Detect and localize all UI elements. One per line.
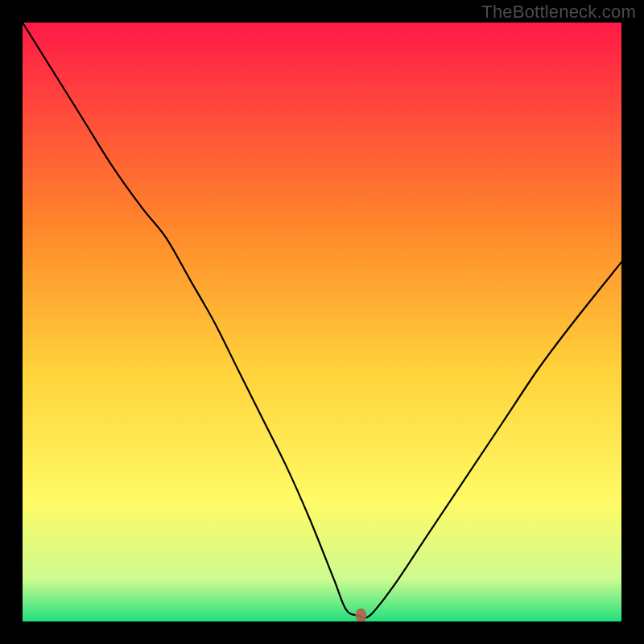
watermark-text: TheBottleneck.com — [481, 2, 636, 23]
gradient-background — [23, 23, 621, 621]
plot-area — [23, 23, 621, 621]
bottleneck-chart — [23, 23, 621, 621]
chart-container: TheBottleneck.com — [0, 0, 644, 644]
